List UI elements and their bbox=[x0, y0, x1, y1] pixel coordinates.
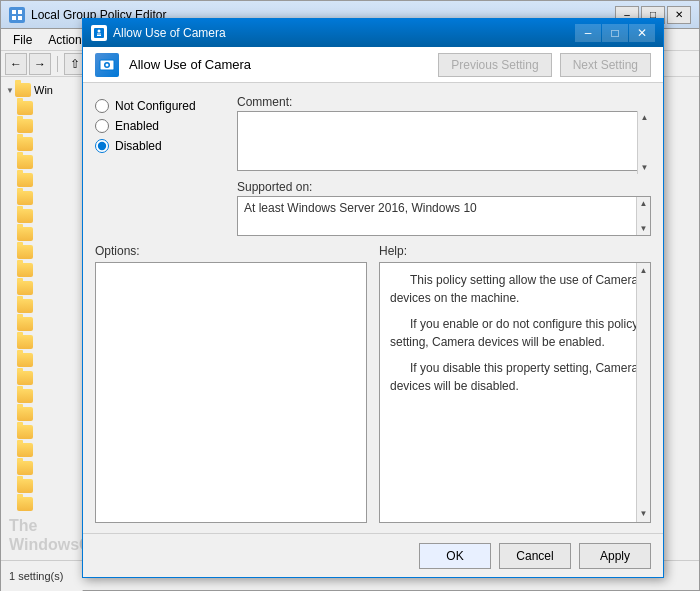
comment-textarea[interactable] bbox=[237, 111, 651, 171]
sidebar: ▼ Win bbox=[1, 77, 83, 591]
sidebar-item-14[interactable] bbox=[1, 333, 82, 351]
sidebar-item-8[interactable] bbox=[1, 225, 82, 243]
radio-disabled[interactable]: Disabled bbox=[95, 139, 225, 153]
radio-disabled-label: Disabled bbox=[115, 139, 162, 153]
sidebar-item-22[interactable] bbox=[1, 477, 82, 495]
sidebar-item-21[interactable] bbox=[1, 459, 82, 477]
radio-not-configured-input[interactable] bbox=[95, 99, 109, 113]
supported-box: At least Windows Server 2016, Windows 10… bbox=[237, 196, 651, 236]
folder-icon bbox=[17, 353, 33, 367]
dialog-icon bbox=[91, 25, 107, 41]
sidebar-item-label: Win bbox=[34, 84, 53, 96]
folder-icon bbox=[17, 497, 33, 511]
scroll-down-arrow[interactable]: ▼ bbox=[638, 222, 650, 235]
sidebar-item-win[interactable]: ▼ Win bbox=[1, 81, 82, 99]
prev-setting-button[interactable]: Previous Setting bbox=[438, 53, 551, 77]
sidebar-item-17[interactable] bbox=[1, 387, 82, 405]
sidebar-item-10[interactable] bbox=[1, 261, 82, 279]
folder-icon bbox=[17, 263, 33, 277]
options-label: Options: bbox=[95, 244, 367, 258]
sidebar-item-15[interactable] bbox=[1, 351, 82, 369]
dialog-top-section: Not Configured Enabled Disabled Comment: bbox=[95, 95, 651, 236]
dialog-minimize-button[interactable]: – bbox=[575, 24, 601, 42]
svg-rect-7 bbox=[97, 35, 101, 36]
dialog-window: Allow Use of Camera – □ ✕ Allow Use of C… bbox=[82, 18, 664, 578]
supported-scrollbar[interactable]: ▲ ▼ bbox=[636, 197, 650, 235]
folder-icon bbox=[17, 281, 33, 295]
radio-enabled-input[interactable] bbox=[95, 119, 109, 133]
status-text: 1 setting(s) bbox=[9, 570, 63, 582]
sidebar-item-23[interactable] bbox=[1, 495, 82, 513]
sidebar-item-1[interactable] bbox=[1, 99, 82, 117]
help-text-2: If you enable or do not configure this p… bbox=[390, 315, 640, 351]
radio-enabled-label: Enabled bbox=[115, 119, 159, 133]
dialog-maximize-button[interactable]: □ bbox=[602, 24, 628, 42]
sidebar-item-4[interactable] bbox=[1, 153, 82, 171]
folder-icon bbox=[17, 317, 33, 331]
folder-icon bbox=[17, 299, 33, 313]
comment-label: Comment: bbox=[237, 95, 651, 109]
sidebar-item-19[interactable] bbox=[1, 423, 82, 441]
scroll-up-arrow[interactable]: ▲ bbox=[638, 263, 650, 279]
comment-scrollbar[interactable]: ▲ ▼ bbox=[637, 111, 651, 174]
help-text-1: This policy setting allow the use of Cam… bbox=[390, 271, 640, 307]
svg-rect-3 bbox=[18, 16, 22, 20]
dialog-close-button[interactable]: ✕ bbox=[629, 24, 655, 42]
right-section: Comment: ▲ ▼ Supported on: At least Wind… bbox=[237, 95, 651, 236]
folder-icon bbox=[17, 425, 33, 439]
folder-icon bbox=[17, 101, 33, 115]
svg-rect-2 bbox=[12, 16, 16, 20]
radio-disabled-input[interactable] bbox=[95, 139, 109, 153]
cancel-button[interactable]: Cancel bbox=[499, 543, 571, 569]
folder-icon bbox=[17, 461, 33, 475]
dialog-title: Allow Use of Camera bbox=[113, 26, 575, 40]
dialog-header-icon bbox=[95, 53, 119, 77]
menu-file[interactable]: File bbox=[5, 31, 40, 49]
dialog-footer: OK Cancel Apply bbox=[83, 533, 663, 577]
sidebar-item-5[interactable] bbox=[1, 171, 82, 189]
bg-close-button[interactable]: ✕ bbox=[667, 6, 691, 24]
help-scrollbar[interactable]: ▲ ▼ bbox=[636, 263, 650, 522]
options-box bbox=[95, 262, 367, 523]
sidebar-item-9[interactable] bbox=[1, 243, 82, 261]
sidebar-item-20[interactable] bbox=[1, 441, 82, 459]
sidebar-item-6[interactable] bbox=[1, 189, 82, 207]
folder-icon bbox=[17, 155, 33, 169]
tree-arrow: ▼ bbox=[5, 85, 15, 95]
folder-icon bbox=[17, 479, 33, 493]
ok-button[interactable]: OK bbox=[419, 543, 491, 569]
sidebar-item-12[interactable] bbox=[1, 297, 82, 315]
folder-icon bbox=[17, 227, 33, 241]
folder-icon bbox=[17, 443, 33, 457]
next-setting-button[interactable]: Next Setting bbox=[560, 53, 651, 77]
folder-icon bbox=[17, 137, 33, 151]
apply-button[interactable]: Apply bbox=[579, 543, 651, 569]
folder-icon bbox=[15, 83, 31, 97]
supported-label: Supported on: bbox=[237, 180, 651, 194]
sidebar-item-11[interactable] bbox=[1, 279, 82, 297]
sidebar-item-2[interactable] bbox=[1, 117, 82, 135]
back-button[interactable]: ← bbox=[5, 53, 27, 75]
forward-button[interactable]: → bbox=[29, 53, 51, 75]
sidebar-item-3[interactable] bbox=[1, 135, 82, 153]
radio-section: Not Configured Enabled Disabled bbox=[95, 95, 225, 236]
sidebar-item-7[interactable] bbox=[1, 207, 82, 225]
folder-icon bbox=[17, 173, 33, 187]
scroll-up-arrow[interactable]: ▲ bbox=[638, 197, 650, 210]
sidebar-item-18[interactable] bbox=[1, 405, 82, 423]
dialog-header: Allow Use of Camera Previous Setting Nex… bbox=[83, 47, 663, 83]
options-section: Options: bbox=[95, 244, 367, 523]
sidebar-item-16[interactable] bbox=[1, 369, 82, 387]
svg-rect-6 bbox=[97, 34, 101, 35]
scroll-down-arrow[interactable]: ▼ bbox=[638, 506, 650, 522]
scroll-up-arrow[interactable]: ▲ bbox=[639, 111, 651, 124]
radio-enabled[interactable]: Enabled bbox=[95, 119, 225, 133]
help-text-3: If you disable this property setting, Ca… bbox=[390, 359, 640, 395]
folder-icon bbox=[17, 119, 33, 133]
help-section: Help: This policy setting allow the use … bbox=[379, 244, 651, 523]
folder-icon bbox=[17, 371, 33, 385]
radio-not-configured[interactable]: Not Configured bbox=[95, 99, 225, 113]
svg-rect-0 bbox=[12, 10, 16, 14]
scroll-down-arrow[interactable]: ▼ bbox=[639, 161, 651, 174]
sidebar-item-13[interactable] bbox=[1, 315, 82, 333]
